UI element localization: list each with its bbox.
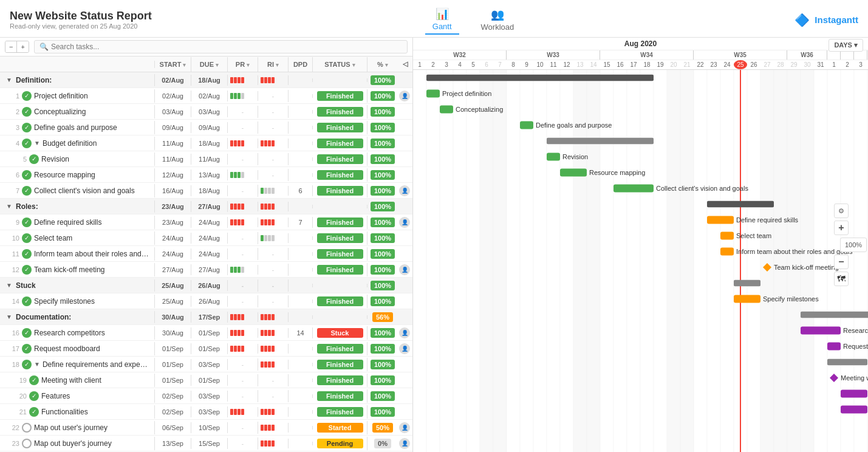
pct-badge: 0% (374, 439, 391, 448)
task-name: Inform team about their roles and go... (34, 250, 149, 258)
pct-badge: 100% (371, 296, 395, 306)
task-row: 1 ✓ Project definition 02/Aug 02/Aug - F… (0, 88, 412, 104)
task-check[interactable]: ✓ (29, 154, 39, 164)
week-header: W33 (507, 50, 600, 60)
task-pct: 100% (367, 358, 398, 371)
task-dpd (289, 363, 313, 366)
task-check[interactable]: ✓ (22, 170, 32, 180)
task-avatar (398, 157, 412, 161)
gantt-controls: ⚙ + 100% − 🗺 (834, 204, 861, 286)
task-number: 1 (10, 92, 19, 100)
task-check[interactable]: ✓ (22, 186, 32, 196)
task-dpd (289, 442, 313, 445)
col-header-ri[interactable]: RI ▾ (258, 57, 289, 72)
task-check[interactable]: ✓ (22, 217, 32, 227)
svg-text:Revision: Revision (562, 153, 588, 160)
gantt-weeks-row: W32W33W34W35W36 (413, 50, 868, 60)
fit-icon[interactable]: ⚙ (834, 204, 849, 218)
task-check[interactable]: ✓ (22, 139, 32, 148)
task-check[interactable]: ✓ (22, 296, 32, 306)
task-ri: - (258, 390, 289, 402)
header-left: New Website Status Report Read-only view… (10, 10, 152, 30)
pct-badge: 100% (371, 217, 395, 227)
task-row: 20 ✓ Features 02/Sep 03/Sep - - Finished… (0, 388, 412, 404)
task-number: 16 (10, 329, 19, 337)
task-check[interactable]: ✓ (22, 91, 32, 101)
zoom-in-button[interactable]: + (834, 221, 849, 235)
map-button[interactable]: 🗺 (834, 272, 849, 286)
task-check[interactable]: ✓ (22, 123, 32, 132)
week-header (841, 50, 854, 60)
svg-text:Define required skills: Define required skills (736, 216, 799, 224)
task-start: 23/Aug (155, 217, 191, 228)
task-number: 17 (10, 345, 19, 352)
task-pr (228, 344, 258, 354)
svg-text:Research competitors: Research competitors (843, 327, 868, 334)
group-collapse-definition[interactable]: ▼ (5, 76, 13, 84)
status-badge: Finished (317, 360, 363, 369)
svg-text:Resource mapping: Resource mapping (589, 169, 645, 176)
task-check[interactable]: ✓ (22, 328, 32, 338)
task-check[interactable] (22, 439, 32, 448)
col-header-due[interactable]: DUE ▾ (191, 57, 228, 72)
nav-tab-gantt[interactable]: 📊 Gantt (425, 5, 459, 35)
gantt-day: 31 (814, 60, 827, 69)
task-pct: 100% (367, 247, 398, 261)
nav-workload-label: Workload (481, 22, 514, 32)
task-check[interactable]: ✓ (29, 375, 39, 385)
svg-rect-18 (654, 70, 667, 452)
task-dpd (289, 126, 313, 129)
svg-rect-30 (814, 70, 827, 452)
gantt-day: 21 (680, 60, 694, 69)
task-ri: - (258, 106, 289, 118)
group-due-roles: 27/Aug (191, 201, 228, 212)
subtask-collapse[interactable]: ▼ (34, 361, 40, 368)
svg-text:Select team: Select team (736, 232, 771, 239)
task-check[interactable]: ✓ (29, 391, 39, 401)
col-header-pr[interactable]: PR ▾ (228, 57, 258, 72)
col-header-status[interactable]: STATUS ▾ (313, 57, 367, 72)
task-check[interactable]: ✓ (22, 107, 32, 117)
gantt-day: 15 (600, 60, 613, 69)
expand-all-button[interactable]: + (17, 41, 28, 52)
group-collapse-documentation[interactable]: ▼ (5, 313, 13, 321)
search-input[interactable] (51, 43, 402, 51)
col-header-task (0, 61, 155, 68)
group-pct-definition: 100% (367, 74, 398, 87)
svg-rect-27 (774, 70, 787, 452)
pct-badge: 100% (371, 328, 395, 338)
task-check[interactable]: ✓ (22, 265, 32, 275)
subtask-collapse[interactable]: ▼ (34, 140, 40, 146)
col-header-pct[interactable]: % ▾ (367, 57, 398, 72)
svg-rect-6 (493, 70, 507, 452)
gantt-body[interactable]: Project definitionConceptualizingDefine … (413, 70, 868, 452)
col-header-start[interactable]: START ▾ (155, 57, 191, 72)
group-due-definition: 18/Aug (191, 75, 228, 86)
svg-rect-21 (694, 70, 707, 452)
collapse-all-button[interactable]: − (5, 41, 17, 52)
task-check[interactable]: ✓ (22, 249, 32, 259)
task-name-cell: 19 ✓ Meeting with client (0, 374, 155, 387)
zoom-out-button[interactable]: − (834, 255, 849, 269)
task-check[interactable]: ✓ (22, 344, 32, 354)
task-number: 12 (10, 266, 19, 273)
pct-badge: 100% (371, 360, 395, 369)
nav-tab-workload[interactable]: 👥 Workload (474, 5, 522, 34)
today-day: 25 (734, 60, 747, 69)
week-header: W32 (413, 50, 507, 60)
task-check[interactable]: ✓ (22, 360, 32, 369)
task-start: 24/Aug (155, 233, 191, 244)
days-button[interactable]: DAYS ▾ (829, 39, 863, 52)
task-pct: 100% (367, 184, 398, 197)
group-collapse-roles[interactable]: ▼ (5, 202, 13, 211)
group-collapse-stuck[interactable]: ▼ (5, 281, 13, 290)
task-row: 12 ✓ Team kick-off meeting 27/Aug 27/Aug… (0, 262, 412, 278)
svg-rect-56 (720, 232, 734, 240)
svg-rect-62 (734, 280, 760, 286)
task-check[interactable]: ✓ (22, 233, 32, 243)
task-check[interactable] (22, 423, 32, 433)
task-name-cell: 14 ✓ Specify milestones (0, 295, 155, 308)
task-row: 18 ✓ ▼ Define requirements and expectati… (0, 357, 412, 372)
task-check[interactable]: ✓ (29, 407, 39, 417)
task-pr: - (228, 295, 258, 307)
